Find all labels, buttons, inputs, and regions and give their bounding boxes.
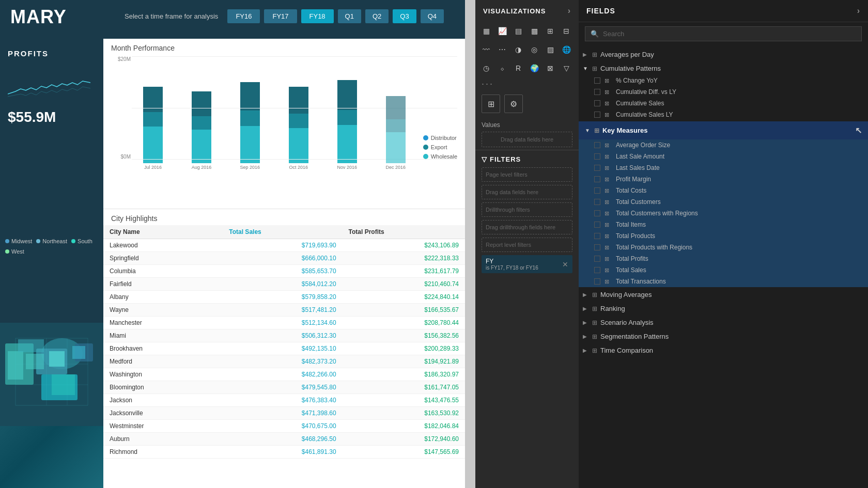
viz-gauge-icon[interactable]: ◷ [479,61,493,75]
q3-button[interactable]: Q3 [393,9,416,23]
fy16-button[interactable]: FY16 [227,9,260,23]
viz-scatter-icon[interactable]: ⋯ [495,43,509,56]
viz-line-chart-icon[interactable]: 📈 [495,24,509,38]
table-row[interactable]: Fairfield $584,012.20 $210,460.74 [103,278,465,291]
viz-waterfall-icon[interactable]: 〰 [479,43,493,56]
table-row[interactable]: Westminster $470,675.00 $182,046.84 [103,420,465,433]
viz-map-icon[interactable]: 🌐 [560,43,573,56]
table-row[interactable]: Richmond $461,891.30 $147,565.69 [103,446,465,459]
table-row[interactable]: Albany $579,858.20 $224,840.14 [103,291,465,304]
col-city[interactable]: City Name [103,225,223,239]
field-group-header-segmentation[interactable]: ▶ ⊞ Segmentation Patterns [579,330,868,343]
page-filters-drop[interactable]: Page level filters [482,167,572,182]
col-sales[interactable]: Total Sales [223,225,342,239]
field-total-products-regions[interactable]: ⊠ Total Products with Regions [579,242,868,253]
table-row[interactable]: Wayne $517,481.20 $166,535.67 [103,304,465,317]
field-cum-sales-ly[interactable]: ⊠ Cumulative Sales LY [579,109,868,120]
total-transactions-checkbox[interactable] [594,278,600,285]
fields-search[interactable]: 🔍 [585,26,862,41]
table-row[interactable]: Jackson $476,383.40 $143,476.55 [103,394,465,407]
field-cum-diff[interactable]: ⊠ Cumulative Diff. vs LY [579,86,868,98]
q1-button[interactable]: Q1 [338,9,361,23]
field-total-profits[interactable]: ⊠ Total Profits [579,253,868,264]
viz-custom1-icon[interactable]: R [512,61,525,75]
field-total-transactions[interactable]: ⊠ Total Transactions [579,276,868,287]
viz-kpi-icon[interactable]: ⊠ [544,61,557,75]
table-row[interactable]: Lakewood $719,693.90 $243,106.89 [103,239,465,252]
total-profits-checkbox[interactable] [594,256,600,262]
drillthrough-drag-drop[interactable]: Drag drillthrough fields here [482,220,572,234]
field-total-sales[interactable]: ⊠ Total Sales [579,264,868,276]
field-total-customers-regions[interactable]: ⊠ Total Customers with Regions [579,208,868,219]
viz-expand-icon[interactable]: › [568,6,571,15]
field-group-header-moving-avg[interactable]: ▶ ⊞ Moving Averages [579,288,868,301]
table-row[interactable]: Auburn $468,296.50 $172,940.60 [103,433,465,446]
field-total-products[interactable]: ⊠ Total Products [579,230,868,242]
field-group-header-key-measures[interactable]: ▼ ⊞ Key Measures ↖ [579,121,868,139]
field-total-customers[interactable]: ⊠ Total Customers [579,196,868,208]
cum-sales-checkbox[interactable] [594,100,600,106]
fields-list[interactable]: ▶ ⊞ Averages per Day ▼ ⊞ Cumulative Patt… [579,45,868,488]
viz-pie-icon[interactable]: ◑ [512,43,525,56]
viz-bar-chart-icon[interactable]: ▦ [479,24,493,38]
viz-custom2-icon[interactable]: 🌍 [528,61,541,75]
fy18-button[interactable]: FY18 [301,9,334,23]
field-group-header-time-comparison[interactable]: ▶ ⊞ Time Comparison [579,344,868,357]
total-customers-checkbox[interactable] [594,199,600,205]
values-drop-zone[interactable]: Drag data fields here [482,132,572,147]
last-sale-amount-checkbox[interactable] [594,153,600,160]
field-total-items[interactable]: ⊠ Total Items [579,219,868,230]
drillthrough-filters-drop[interactable]: Drillthrough filters [482,202,572,217]
viz-fields-icon[interactable]: ⊞ [482,95,500,113]
field-last-sale-amount[interactable]: ⊠ Last Sale Amount [579,151,868,162]
field-change-yoy[interactable]: ⊠ % Change YoY [579,75,868,86]
total-products-checkbox[interactable] [594,233,600,239]
viz-table-icon[interactable]: ⊞ [544,24,557,38]
table-row[interactable]: Medford $482,373.20 $194,921.89 [103,355,465,368]
change-yoy-checkbox[interactable] [594,77,600,84]
report-filters-drop[interactable]: Report level filters [482,238,572,252]
field-group-header-averages[interactable]: ▶ ⊞ Averages per Day [579,48,868,61]
viz-treemap-icon[interactable]: ▨ [544,43,557,56]
table-row[interactable]: Washington $482,266.00 $186,320.97 [103,368,465,381]
viz-funnel-icon[interactable]: ⬦ [495,61,509,75]
table-row[interactable]: Manchester $512,134.60 $208,780.44 [103,317,465,329]
table-row[interactable]: Bloomington $479,545.80 $161,747.05 [103,381,465,394]
filter-close-icon[interactable]: ✕ [562,260,568,269]
fy17-button[interactable]: FY17 [264,9,297,23]
total-products-regions-checkbox[interactable] [594,244,600,250]
table-row[interactable]: Jacksonville $471,398.60 $163,530.92 [103,407,465,420]
page-drag-drop[interactable]: Drag data fields here [482,185,572,199]
table-row[interactable]: Columbia $585,653.70 $231,617.79 [103,265,465,278]
field-group-header-ranking[interactable]: ▶ ⊞ Ranking [579,302,868,315]
viz-donut-icon[interactable]: ◎ [528,43,541,56]
avg-order-size-checkbox[interactable] [594,142,600,148]
viz-matrix-icon[interactable]: ⊟ [560,24,573,38]
total-customers-regions-checkbox[interactable] [594,210,600,216]
table-scroll[interactable]: City Name Total Sales Total Profits Lake… [103,225,465,483]
table-row[interactable]: Springfield $666,000.10 $222,318.33 [103,252,465,265]
viz-column-chart-icon[interactable]: ▩ [528,24,541,38]
col-profits[interactable]: Total Profits [343,225,465,239]
search-input[interactable] [603,30,856,38]
field-profit-margin[interactable]: ⊠ Profit Margin [579,174,868,185]
total-items-checkbox[interactable] [594,222,600,228]
viz-slicer-icon[interactable]: ▽ [560,61,573,75]
table-row[interactable]: Brookhaven $492,135.10 $200,289.33 [103,342,465,355]
fields-expand-icon[interactable]: › [857,6,860,15]
field-total-costs[interactable]: ⊠ Total Costs [579,185,868,196]
field-group-header-scenario[interactable]: ▶ ⊞ Scenario Analysis [579,316,868,329]
total-sales-checkbox[interactable] [594,267,600,273]
field-last-sales-date[interactable]: ⊠ Last Sales Date [579,162,868,174]
total-costs-checkbox[interactable] [594,187,600,194]
profit-margin-checkbox[interactable] [594,176,600,182]
field-avg-order-size[interactable]: ⊠ Average Order Size [579,139,868,151]
viz-format-icon[interactable]: ⚙ [504,95,523,113]
field-cum-sales[interactable]: ⊠ Cumulative Sales [579,98,868,109]
last-sales-date-checkbox[interactable] [594,165,600,171]
cum-diff-checkbox[interactable] [594,89,600,95]
field-group-header-cumulative[interactable]: ▼ ⊞ Cumulative Patterns [579,62,868,75]
q2-button[interactable]: Q2 [365,9,389,23]
cum-sales-ly-checkbox[interactable] [594,112,600,118]
table-row[interactable]: Miami $506,312.30 $156,382.56 [103,329,465,342]
